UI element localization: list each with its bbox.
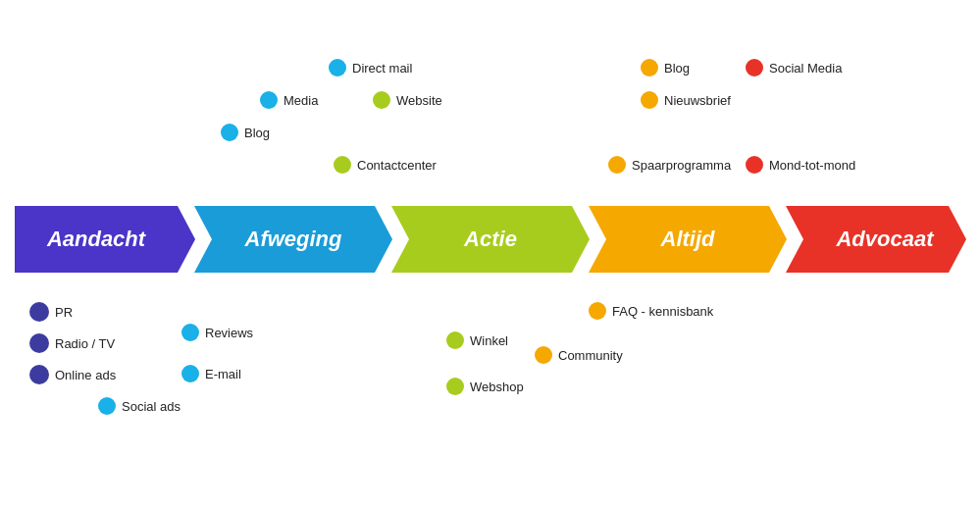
item-1: Radio / TV — [29, 333, 115, 353]
item-label: Spaarprogramma — [632, 158, 731, 173]
item-label: Online ads — [55, 368, 116, 382]
dot-icon — [29, 302, 49, 322]
item-8: FAQ - kennisbank — [589, 302, 713, 320]
item-6: Winkel — [446, 331, 508, 349]
item-6: Social Media — [746, 59, 842, 76]
dot-icon — [746, 59, 763, 76]
item-label: Website — [396, 93, 442, 108]
item-label: Media — [284, 93, 318, 108]
arrow-label-afweging: Afweging — [245, 227, 342, 252]
item-label: E-mail — [205, 367, 241, 381]
item-7: Webshop — [446, 378, 524, 395]
item-label: PR — [55, 305, 73, 320]
dot-icon — [446, 331, 464, 349]
item-label: Blog — [664, 61, 690, 76]
arrow-label-actie: Actie — [464, 227, 517, 252]
item-3: Social ads — [98, 397, 181, 415]
arrow-actie: Actie — [391, 206, 590, 273]
item-2: Online ads — [29, 365, 116, 384]
dot-icon — [641, 91, 658, 109]
arrow-advocaat: Advocaat — [786, 206, 966, 273]
dot-icon — [641, 59, 658, 76]
item-7: Nieuwsbrief — [641, 91, 731, 109]
item-1: Media — [260, 91, 318, 109]
item-label: Webshop — [470, 380, 524, 394]
dot-icon — [608, 156, 626, 174]
item-8: Spaarprogramma — [608, 156, 731, 174]
item-label: Social Media — [769, 61, 842, 76]
dot-icon — [535, 346, 552, 364]
arrow-label-advocaat: Advocaat — [836, 227, 933, 252]
item-label: Blog — [244, 126, 270, 140]
arrow-aandacht: Aandacht — [15, 206, 195, 273]
arrow-row: Aandacht Afweging Actie Altijd Advocaat — [15, 206, 966, 273]
dot-icon — [746, 156, 763, 174]
dot-icon — [29, 365, 49, 384]
dot-icon — [221, 124, 238, 141]
dot-icon — [98, 397, 116, 415]
dot-icon — [329, 59, 346, 76]
dot-icon — [334, 156, 351, 174]
item-9: Community — [535, 346, 623, 364]
item-4: Contactcenter — [334, 156, 437, 174]
item-label: FAQ - kennisbank — [612, 304, 713, 319]
dot-icon — [181, 324, 199, 341]
item-label: Contactcenter — [357, 158, 437, 173]
item-9: Mond-tot-mond — [746, 156, 855, 174]
item-5: Blog — [641, 59, 690, 76]
item-label: Community — [558, 348, 623, 363]
item-label: Mond-tot-mond — [769, 158, 855, 173]
item-label: Social ads — [122, 399, 181, 414]
item-label: Direct mail — [352, 61, 412, 76]
item-0: Direct mail — [329, 59, 412, 76]
arrow-afweging: Afweging — [194, 206, 392, 273]
item-0: PR — [29, 302, 73, 322]
item-2: Website — [373, 91, 442, 109]
item-label: Winkel — [470, 333, 508, 348]
item-label: Nieuwsbrief — [664, 93, 731, 108]
item-5: E-mail — [181, 365, 241, 382]
item-label: Radio / TV — [55, 336, 115, 351]
dot-icon — [181, 365, 199, 382]
arrow-label-altijd: Altijd — [661, 227, 715, 252]
item-4: Reviews — [181, 324, 253, 341]
dot-icon — [29, 333, 49, 353]
item-label: Reviews — [205, 326, 253, 340]
dot-icon — [589, 302, 606, 320]
dot-icon — [260, 91, 278, 109]
item-3: Blog — [221, 124, 270, 141]
arrow-altijd: Altijd — [589, 206, 787, 273]
dot-icon — [446, 378, 464, 395]
arrow-label-aandacht: Aandacht — [47, 227, 145, 252]
dot-icon — [373, 91, 390, 109]
diagram-container: Aandacht Afweging Actie Altijd Advocaat … — [0, 0, 980, 507]
